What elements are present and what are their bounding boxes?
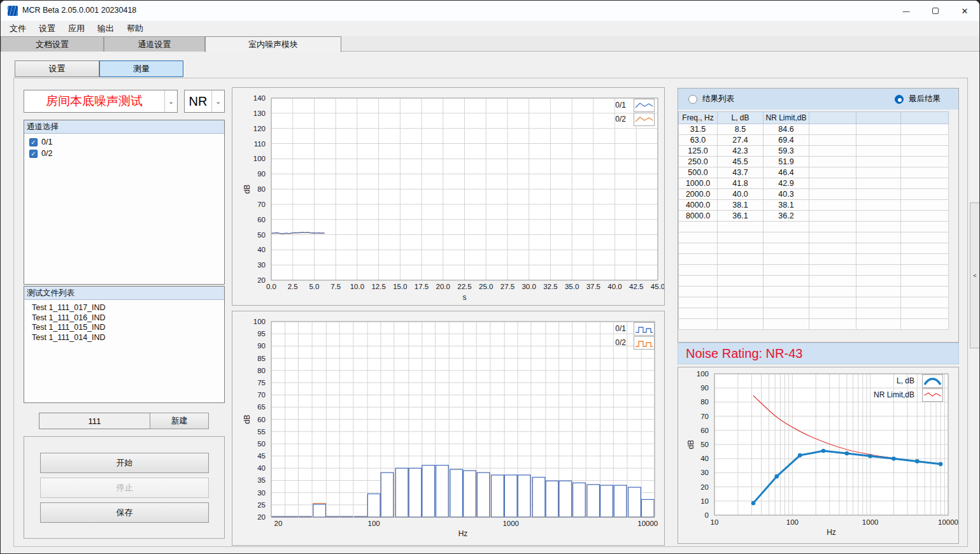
- checkbox-checked-icon[interactable]: ✓: [29, 150, 38, 158]
- legend-line-icon[interactable]: [634, 113, 655, 126]
- legend-bar-icon[interactable]: [634, 336, 655, 350]
- test-type-combobox[interactable]: 房间本底噪声测试 ⌄: [24, 90, 178, 113]
- table-row[interactable]: 500.043.746.4: [679, 167, 949, 178]
- legend-thin-icon[interactable]: [922, 388, 943, 402]
- checkbox-checked-icon[interactable]: ✓: [29, 138, 38, 146]
- table-cell: [679, 265, 718, 276]
- table-empty-row: [679, 222, 949, 232]
- table-row[interactable]: 1000.041.842.9: [679, 178, 949, 189]
- table-cell: 8000.0: [679, 211, 718, 222]
- legend-thick-icon[interactable]: [922, 374, 943, 388]
- subtab-settings[interactable]: 设置: [15, 60, 99, 77]
- table-cell: [856, 200, 901, 211]
- svg-text:60: 60: [257, 216, 266, 224]
- test-file-list[interactable]: Test 1_111_017_INDTest 1_111_016_INDTest…: [24, 300, 224, 343]
- table-cell: [809, 222, 856, 232]
- menu-item-apply[interactable]: 应用: [62, 21, 91, 36]
- svg-text:Hz: Hz: [458, 529, 468, 538]
- test-file-item[interactable]: Test 1_111_017_IND: [24, 303, 224, 313]
- menu-item-help[interactable]: 帮助: [120, 21, 150, 36]
- test-file-item[interactable]: Test 1_111_016_IND: [24, 313, 224, 323]
- table-cell: 69.4: [763, 135, 809, 146]
- file-name-input[interactable]: 111: [39, 413, 150, 429]
- close-button[interactable]: ✕: [950, 1, 979, 21]
- svg-text:10.0: 10.0: [350, 283, 364, 290]
- table-cell: [856, 222, 901, 232]
- svg-text:Hz: Hz: [827, 528, 836, 537]
- svg-text:80: 80: [257, 185, 266, 193]
- table-cell: [856, 297, 901, 308]
- spectrum-chart-panel: 2025303540455055606570758085909510020100…: [232, 311, 665, 546]
- table-cell: [763, 308, 809, 319]
- menu-item-output[interactable]: 输出: [91, 21, 120, 36]
- table-cell: [809, 265, 856, 276]
- legend-line-icon[interactable]: [634, 99, 655, 112]
- svg-text:20.0: 20.0: [436, 283, 450, 290]
- table-row[interactable]: 31.58.584.6: [679, 124, 949, 135]
- tab-document-settings[interactable]: 文档设置: [1, 36, 104, 52]
- svg-text:70: 70: [257, 391, 266, 399]
- channel-list[interactable]: ✓0/1✓0/2: [24, 134, 224, 159]
- rating-standard-combobox[interactable]: NR ⌄: [184, 90, 225, 113]
- table-row[interactable]: 8000.036.136.2: [679, 211, 949, 222]
- table-cell: 31.5: [679, 124, 718, 135]
- svg-text:75: 75: [257, 379, 266, 387]
- table-cell: [856, 211, 901, 222]
- svg-text:100: 100: [697, 370, 709, 378]
- table-cell: 36.2: [763, 211, 809, 222]
- table-row[interactable]: 63.027.469.4: [679, 135, 949, 146]
- close-icon: ✕: [962, 6, 969, 16]
- maximize-icon: [932, 8, 939, 14]
- table-cell: [809, 232, 856, 243]
- svg-text:20: 20: [257, 276, 266, 284]
- table-cell: [763, 222, 809, 232]
- menu-item-file[interactable]: 文件: [3, 21, 32, 36]
- table-row[interactable]: 125.042.359.3: [679, 146, 949, 157]
- menu-item-settings[interactable]: 设置: [32, 21, 62, 36]
- svg-text:50: 50: [257, 440, 266, 448]
- legend-bar-icon[interactable]: [634, 322, 655, 336]
- new-file-button[interactable]: 新建: [150, 413, 209, 429]
- table-cell: 38.1: [718, 200, 763, 211]
- table-cell: [856, 189, 901, 200]
- maximize-button[interactable]: [921, 1, 950, 21]
- tabstrip: 文档设置通道设置室内噪声模块: [1, 36, 979, 52]
- table-header-cell: [856, 112, 901, 124]
- tab-indoor-noise-module[interactable]: 室内噪声模块: [205, 36, 341, 52]
- table-cell: 4000.0: [679, 200, 718, 211]
- table-row[interactable]: 2000.040.040.3: [679, 189, 949, 200]
- table-cell: 51.9: [763, 157, 809, 167]
- chevron-down-icon[interactable]: ⌄: [164, 90, 177, 112]
- collapse-panel-handle[interactable]: <: [970, 202, 980, 348]
- table-cell: [763, 297, 809, 308]
- last-result-radio[interactable]: [895, 95, 904, 104]
- table-row[interactable]: 250.045.551.9: [679, 157, 949, 167]
- table-cell: [763, 287, 809, 297]
- result-list-radio[interactable]: [688, 95, 697, 104]
- table-row[interactable]: 4000.038.138.1: [679, 200, 949, 211]
- table-header-cell: [809, 112, 856, 124]
- test-file-item[interactable]: Test 1_111_014_IND: [24, 333, 224, 343]
- table-cell: 2000.0: [679, 189, 718, 200]
- table-empty-row: [679, 308, 949, 319]
- stop-button[interactable]: 停止: [40, 478, 209, 498]
- test-file-item[interactable]: Test 1_111_015_IND: [24, 323, 224, 333]
- svg-text:80: 80: [700, 398, 709, 406]
- start-button[interactable]: 开始: [40, 453, 209, 473]
- table-cell: 500.0: [679, 167, 718, 178]
- tab-channel-settings[interactable]: 通道设置: [104, 36, 205, 52]
- save-button[interactable]: 保存: [40, 502, 209, 523]
- table-cell: [901, 265, 949, 276]
- minimize-button[interactable]: —: [891, 1, 921, 21]
- table-cell: [809, 200, 856, 211]
- channel-item[interactable]: ✓0/2: [24, 148, 224, 159]
- table-cell: 41.8: [718, 178, 763, 189]
- chevron-down-icon[interactable]: ⌄: [211, 90, 224, 112]
- table-cell: [809, 308, 856, 319]
- table-cell: 84.6: [763, 124, 809, 135]
- table-cell: [809, 178, 856, 189]
- subtab-measure[interactable]: 测量: [99, 60, 183, 77]
- table-cell: 1000.0: [679, 178, 718, 189]
- channel-item[interactable]: ✓0/1: [24, 136, 224, 148]
- svg-text:50: 50: [257, 231, 266, 239]
